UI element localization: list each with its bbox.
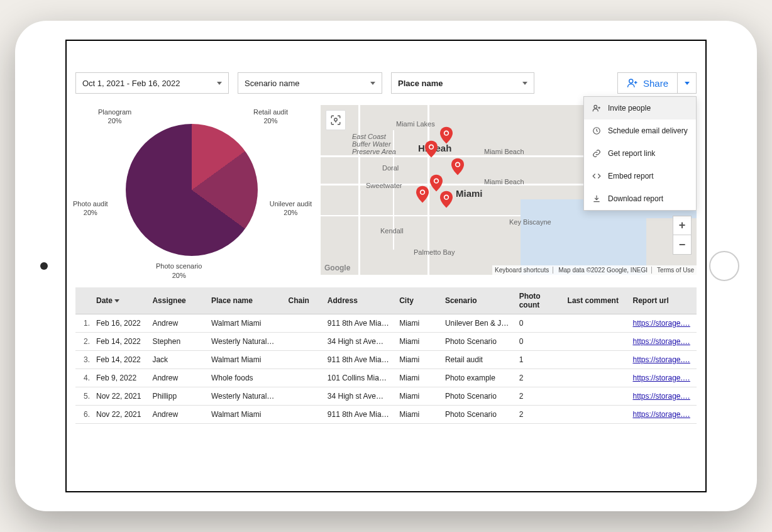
cell-chain — [285, 369, 324, 387]
zoom-out-button[interactable]: − — [673, 235, 691, 254]
map-terms-link[interactable]: Terms of Use — [657, 267, 694, 274]
svg-point-10 — [421, 191, 424, 194]
share-dropdown-toggle[interactable] — [678, 72, 697, 94]
table-row[interactable]: 4.Feb 9, 2022AndrewWhole foods101 Collin… — [75, 369, 697, 387]
person-add-icon — [627, 77, 638, 89]
map-pin-icon[interactable] — [430, 174, 443, 192]
share-button[interactable]: Share — [617, 72, 678, 94]
cell-chain — [285, 351, 324, 369]
col-last-comment[interactable]: Last comment — [564, 287, 629, 314]
report-link[interactable]: https://storage.… — [632, 337, 690, 346]
col-chain[interactable]: Chain — [285, 287, 324, 314]
cell-chain — [285, 406, 324, 424]
share-menu-embed[interactable]: Embed report — [584, 165, 696, 187]
cell-last-comment — [564, 314, 629, 333]
cell-photo-count: 0 — [516, 314, 564, 333]
col-photo-count[interactable]: Photo count — [516, 287, 564, 314]
cell-city: Miami — [395, 333, 441, 351]
table-row[interactable]: 1.Feb 16, 2022AndrewWalmart Miami911 8th… — [75, 314, 697, 333]
cell-scenario: Photo Scenario — [441, 406, 516, 424]
map-label: Key Biscayne — [509, 218, 551, 226]
cell-last-comment — [564, 333, 629, 351]
map-pin-icon[interactable] — [440, 191, 453, 208]
date-range-filter[interactable]: Oct 1, 2021 - Feb 16, 2022 — [75, 72, 229, 94]
cell-photo-count: 1 — [516, 351, 564, 369]
cell-date: Feb 14, 2022 — [92, 333, 148, 351]
cell-address: 911 8th Ave Mia… — [324, 351, 395, 369]
map-label: Kendall — [380, 227, 404, 235]
google-logo: Google — [324, 263, 350, 272]
table-header-row: Date Assignee Place name Chain Address C… — [75, 287, 697, 314]
cell-place: Walmart Miami — [207, 351, 285, 369]
col-address[interactable]: Address — [324, 287, 395, 314]
table-row[interactable]: 2.Feb 14, 2022StephenWesterly Natural…34… — [75, 333, 697, 351]
cell-date: Feb 9, 2022 — [92, 369, 148, 387]
menu-item-label: Schedule email delivery — [608, 126, 688, 135]
cell-city: Miami — [395, 351, 441, 369]
zoom-in-button[interactable]: + — [673, 216, 691, 235]
cell-photo-count: 2 — [516, 406, 564, 424]
col-date[interactable]: Date — [92, 287, 148, 314]
cell-scenario: Retail audit — [441, 351, 516, 369]
place-filter-label: Place name — [398, 79, 443, 88]
filter-toolbar: Oct 1, 2021 - Feb 16, 2022 Scenario name… — [75, 72, 697, 94]
map-label: Miami Beach — [484, 148, 524, 155]
table-row[interactable]: 5.Nov 22, 2021PhillippWesterly Natural…3… — [75, 387, 697, 406]
pie-label-photo-scenario: Photo scenario20% — [156, 262, 202, 280]
report-link[interactable]: https://storage.… — [632, 392, 690, 401]
share-menu: Invite people Schedule email delivery Ge… — [583, 96, 697, 211]
map-pin-icon[interactable] — [425, 140, 438, 158]
map-pin-icon[interactable] — [451, 158, 464, 175]
svg-point-6 — [456, 163, 460, 166]
menu-item-label: Get report link — [608, 149, 655, 158]
cell-city: Miami — [395, 406, 441, 424]
share-control: Share — [617, 72, 697, 94]
cell-report-url: https://storage.… — [629, 333, 697, 351]
col-assignee[interactable]: Assignee — [148, 287, 207, 314]
col-city[interactable]: City — [395, 287, 441, 314]
report-link[interactable]: https://storage.… — [632, 410, 690, 419]
col-place[interactable]: Place name — [207, 287, 285, 314]
date-range-value: Oct 1, 2021 - Feb 16, 2022 — [82, 79, 180, 88]
cell-assignee: Stephen — [148, 333, 207, 351]
cell-scenario: Photo example — [441, 369, 516, 387]
menu-item-label: Invite people — [608, 104, 651, 113]
menu-item-label: Embed report — [608, 172, 654, 180]
map-pin-icon[interactable] — [440, 126, 453, 144]
cell-report-url: https://storage.… — [629, 387, 697, 406]
map-label: Doral — [382, 164, 399, 172]
chevron-down-icon — [685, 82, 690, 85]
place-filter[interactable]: Place name — [391, 72, 534, 94]
charts-row: Planogram20% Retail audit20% Unilever au… — [75, 105, 697, 275]
report-link[interactable]: https://storage.… — [632, 319, 690, 328]
report-link[interactable]: https://storage.… — [632, 374, 690, 382]
cell-scenario: Photo Scenario — [441, 387, 516, 406]
share-menu-link[interactable]: Get report link — [584, 142, 696, 165]
svg-point-15 — [594, 105, 597, 108]
table-row[interactable]: 3.Feb 14, 2022JackWalmart Miami911 8th A… — [75, 351, 697, 369]
cell-place: Westerly Natural… — [207, 333, 285, 351]
map-label: East Coast Buffer Water Preserve Area — [352, 133, 396, 155]
share-menu-invite[interactable]: Invite people — [584, 97, 696, 119]
cell-photo-count: 2 — [516, 387, 564, 406]
cell-assignee: Andrew — [148, 406, 207, 424]
cell-report-url: https://storage.… — [629, 314, 697, 333]
map-pin-icon[interactable] — [416, 186, 429, 203]
cell-place: Walmart Miami — [207, 406, 285, 424]
map-shortcuts-link[interactable]: Keyboard shortcuts — [495, 267, 553, 274]
col-scenario[interactable]: Scenario — [441, 287, 516, 314]
map-locate-button[interactable] — [326, 110, 346, 130]
cell-address: 34 High st Ave… — [324, 387, 395, 406]
share-menu-schedule[interactable]: Schedule email delivery — [584, 119, 696, 142]
sort-desc-icon — [114, 299, 119, 302]
link-icon — [592, 148, 602, 158]
table-row[interactable]: 6.Nov 22, 2021AndrewWalmart Miami911 8th… — [75, 406, 697, 424]
row-index: 4. — [75, 369, 92, 387]
share-menu-download[interactable]: Download report — [584, 187, 696, 210]
svg-point-2 — [445, 131, 448, 135]
person-add-icon — [592, 103, 602, 113]
code-icon — [592, 171, 602, 181]
scenario-filter[interactable]: Scenario name — [238, 72, 382, 94]
report-link[interactable]: https://storage.… — [632, 355, 690, 364]
col-report-url[interactable]: Report url — [629, 287, 697, 314]
